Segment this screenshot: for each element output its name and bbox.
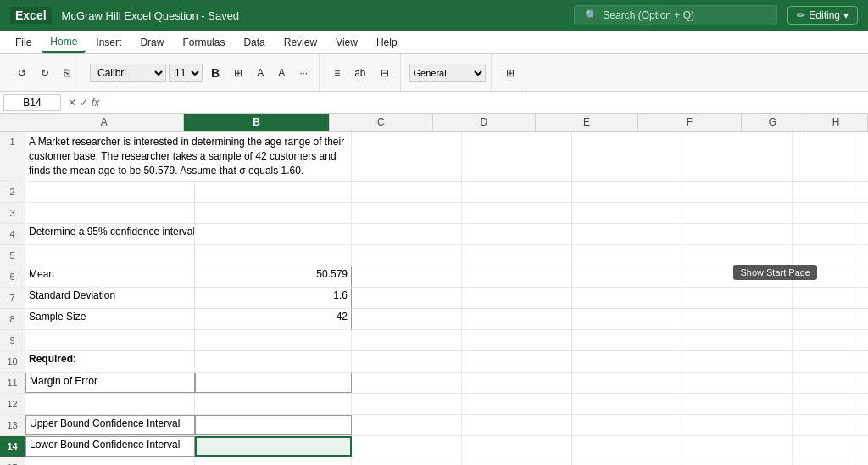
cell-b4[interactable] [195,224,352,244]
cell-h13[interactable] [860,415,868,435]
cell-e15[interactable] [572,457,682,465]
cell-b14[interactable] [195,436,352,457]
border-button[interactable]: ⊞ [228,64,248,82]
cell-a14[interactable]: Lower Bound Confidence Interval [25,436,195,457]
cell-f11[interactable] [682,373,793,393]
col-header-f[interactable]: F [638,114,741,131]
cell-reference-input[interactable] [3,94,61,111]
undo-button[interactable]: ↺ [12,64,32,82]
col-header-b[interactable]: B [184,114,331,131]
cell-a4[interactable]: Determine a 95% confidence interval: [25,224,195,244]
cell-a1-merged[interactable]: A Market researcher is interested in det… [25,132,352,181]
cell-c13[interactable] [352,415,462,435]
cell-e1[interactable] [572,132,682,181]
font-family-select[interactable]: Calibri [90,64,166,82]
cell-c9[interactable] [352,330,462,350]
cell-d3[interactable] [462,203,572,223]
cell-d12[interactable] [462,394,572,414]
cell-g13[interactable] [793,415,860,435]
cell-d4[interactable] [462,224,572,244]
cell-c7[interactable] [352,288,462,308]
more-button[interactable]: ··· [293,64,314,82]
cell-d10[interactable] [462,351,572,372]
cell-d13[interactable] [462,415,572,435]
cell-d11[interactable] [462,373,572,393]
cell-e5[interactable] [572,245,682,266]
cell-b10[interactable] [195,351,352,372]
col-header-g[interactable]: G [742,114,805,131]
menu-item-data[interactable]: Data [235,33,273,52]
cell-f2[interactable] [682,182,793,202]
cell-h15[interactable] [860,457,868,465]
cell-e6[interactable] [572,266,682,287]
ab-button[interactable]: ab [348,64,371,82]
cell-a7[interactable]: Standard Deviation [25,288,195,308]
col-header-c[interactable]: C [330,114,432,131]
cell-a9[interactable] [25,330,195,350]
formula-input[interactable] [107,95,865,110]
col-header-d[interactable]: D [433,114,536,131]
menu-item-review[interactable]: Review [275,33,326,52]
cell-c1[interactable] [352,132,462,181]
cell-c8[interactable] [352,309,462,329]
cell-e11[interactable] [572,373,682,393]
menu-item-view[interactable]: View [327,33,366,52]
cell-g7[interactable] [793,288,860,308]
cell-g4[interactable] [793,224,860,244]
editing-button[interactable]: ✏ Editing ▾ [787,6,858,25]
cell-e8[interactable] [572,309,682,329]
cell-b15[interactable] [195,457,352,465]
cell-h5[interactable] [860,245,868,266]
cell-a10[interactable]: Required: [25,351,195,372]
paint-format-button[interactable]: ⎘ [58,64,75,82]
cell-h6[interactable] [860,266,868,287]
cell-f13[interactable] [682,415,793,435]
cell-h12[interactable] [860,394,868,414]
cell-f8[interactable] [682,309,793,329]
cell-g3[interactable] [793,203,860,223]
cell-f15[interactable] [682,457,793,465]
cell-b9[interactable] [195,330,352,350]
cell-g11[interactable] [793,373,860,393]
cell-a2[interactable] [25,182,195,202]
cell-b3[interactable] [195,203,352,223]
menu-item-help[interactable]: Help [368,33,406,52]
cell-h8[interactable] [860,309,868,329]
fill-color-button[interactable]: A [251,64,270,82]
cell-a11[interactable]: Margin of Error [25,373,195,393]
cell-e14[interactable] [572,436,682,457]
cell-b11[interactable] [195,373,352,393]
cell-c10[interactable] [352,351,462,372]
cell-e10[interactable] [572,351,682,372]
cell-g6[interactable] [793,266,860,287]
redo-button[interactable]: ↻ [35,64,55,82]
cell-h7[interactable] [860,288,868,308]
cell-b12[interactable] [195,394,352,414]
cell-e7[interactable] [572,288,682,308]
cell-f12[interactable] [682,394,793,414]
cell-f4[interactable] [682,224,793,244]
cell-c2[interactable] [352,182,462,202]
cell-e12[interactable] [572,394,682,414]
cell-a6[interactable]: Mean [25,266,195,287]
cell-a5[interactable] [25,245,195,266]
col-header-e[interactable]: E [536,114,638,131]
cell-g5[interactable] [793,245,860,266]
cell-d7[interactable] [462,288,572,308]
cell-f10[interactable] [682,351,793,372]
cell-d15[interactable] [462,457,572,465]
cell-g8[interactable] [793,309,860,329]
cell-c15[interactable] [352,457,462,465]
cell-d5[interactable] [462,245,572,266]
cell-c14[interactable] [352,436,462,457]
cell-h9[interactable] [860,330,868,350]
bold-button[interactable]: B [205,63,225,83]
fx-icon[interactable]: fx [92,97,99,109]
cell-g2[interactable] [793,182,860,202]
cell-d9[interactable] [462,330,572,350]
cell-h14[interactable] [860,436,868,457]
cell-h1[interactable] [860,132,868,181]
cell-g12[interactable] [793,394,860,414]
cell-a8[interactable]: Sample Size [25,309,195,329]
menu-item-insert[interactable]: Insert [87,33,130,52]
